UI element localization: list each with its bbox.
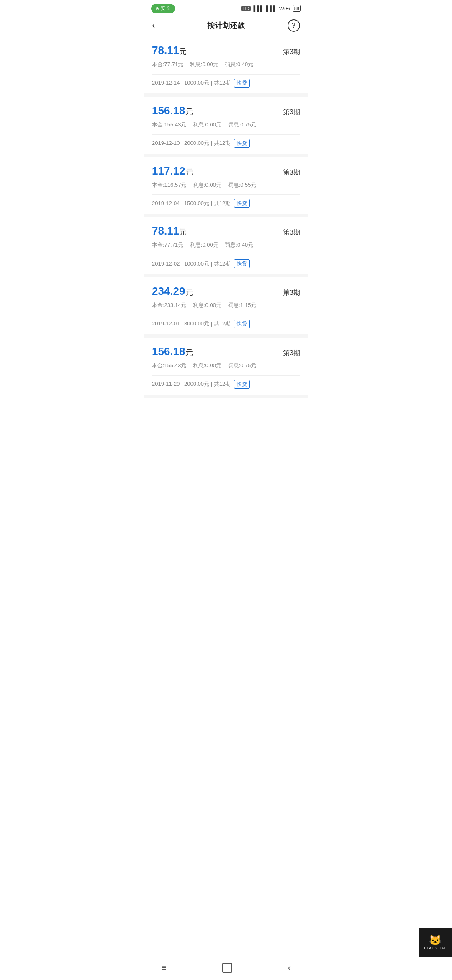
status-right: HD ▌▌▌ ▌▌▌ WiFi 88: [241, 5, 301, 12]
loan-card[interactable]: 156.18元 第3期 本金:155.43元 利息:0.00元 罚息:0.75元…: [144, 338, 308, 398]
loan-period: 第3期: [283, 168, 300, 177]
loan-card-header: 78.11元 第3期: [152, 224, 300, 237]
loan-meta-row: 2019-12-04 | 1500.00元 | 共12期 快贷: [152, 194, 300, 208]
loan-card-header: 156.18元 第3期: [152, 345, 300, 358]
loan-card-header: 234.29元 第3期: [152, 285, 300, 298]
battery-indicator: 88: [293, 5, 301, 12]
loan-interest: 利息:0.00元: [193, 302, 221, 308]
loan-principal: 本金:77.71元: [152, 242, 183, 248]
loan-card-header: 117.12元 第3期: [152, 165, 300, 178]
loan-meta-text: 2019-11-29 | 2000.00元 | 共12期: [152, 380, 231, 388]
hd-badge: HD: [241, 6, 251, 11]
loan-meta-row: 2019-11-29 | 2000.00元 | 共12期 快贷: [152, 375, 300, 389]
status-left: 安全: [151, 4, 175, 13]
loan-period: 第3期: [283, 349, 300, 358]
loan-amount: 234.29元: [152, 285, 193, 298]
loan-meta-text: 2019-12-04 | 1500.00元 | 共12期: [152, 200, 231, 207]
loan-principal: 本金:155.43元: [152, 362, 186, 369]
loan-card[interactable]: 234.29元 第3期 本金:233.14元 利息:0.00元 罚息:1.15元…: [144, 277, 308, 338]
loan-principal: 本金:233.14元: [152, 302, 186, 308]
loan-amount: 156.18元: [152, 104, 193, 117]
loan-period: 第3期: [283, 108, 300, 117]
loan-card[interactable]: 156.18元 第3期 本金:155.43元 利息:0.00元 罚息:0.75元…: [144, 97, 308, 157]
yuan-unit: 元: [185, 348, 193, 357]
loan-principal: 本金:77.71元: [152, 61, 183, 67]
loan-card[interactable]: 78.11元 第3期 本金:77.71元 利息:0.00元 罚息:0.40元 2…: [144, 217, 308, 277]
loan-amount: 156.18元: [152, 345, 193, 358]
signal-icon: ▌▌▌: [253, 5, 264, 12]
loan-amount: 78.11元: [152, 224, 187, 237]
loan-meta-text: 2019-12-01 | 3000.00元 | 共12期: [152, 320, 231, 328]
loan-meta-row: 2019-12-14 | 1000.00元 | 共12期 快贷: [152, 74, 300, 88]
loan-tag: 快贷: [234, 79, 250, 88]
loan-interest: 利息:0.00元: [193, 121, 221, 128]
yuan-unit: 元: [185, 288, 193, 297]
loan-details: 本金:155.43元 利息:0.00元 罚息:0.75元: [152, 361, 300, 370]
help-button[interactable]: ?: [288, 19, 300, 32]
loan-card-header: 156.18元 第3期: [152, 104, 300, 117]
loan-meta-text: 2019-12-14 | 1000.00元 | 共12期: [152, 79, 231, 87]
loan-meta-row: 2019-12-02 | 1000.00元 | 共12期 快贷: [152, 255, 300, 268]
loan-meta-row: 2019-12-10 | 2000.00元 | 共12期 快贷: [152, 134, 300, 148]
loan-meta-text: 2019-12-02 | 1000.00元 | 共12期: [152, 260, 231, 268]
loan-card[interactable]: 78.11元 第3期 本金:77.71元 利息:0.00元 罚息:0.40元 2…: [144, 36, 308, 97]
loan-interest: 利息:0.00元: [190, 242, 218, 248]
loan-details: 本金:155.43元 利息:0.00元 罚息:0.75元: [152, 121, 300, 129]
loan-penalty: 罚息:0.40元: [225, 61, 253, 67]
loan-penalty: 罚息:0.75元: [228, 121, 257, 128]
loan-details: 本金:77.71元 利息:0.00元 罚息:0.40元: [152, 241, 300, 250]
loan-details: 本金:233.14元 利息:0.00元 罚息:1.15元: [152, 301, 300, 310]
loan-interest: 利息:0.00元: [190, 61, 218, 67]
loan-meta-text: 2019-12-10 | 2000.00元 | 共12期: [152, 139, 231, 147]
loan-tag: 快贷: [234, 320, 250, 328]
safe-badge: 安全: [151, 4, 175, 13]
loan-meta-row: 2019-12-01 | 3000.00元 | 共12期 快贷: [152, 315, 300, 328]
page-title: 按计划还款: [164, 21, 288, 31]
safe-label: 安全: [161, 5, 171, 12]
loan-penalty: 罚息:0.40元: [225, 242, 253, 248]
loan-penalty: 罚息:0.75元: [228, 362, 257, 369]
loan-tag: 快贷: [234, 139, 250, 148]
signal-icon-2: ▌▌▌: [266, 5, 277, 12]
loan-penalty: 罚息:1.15元: [228, 302, 257, 308]
loan-details: 本金:77.71元 利息:0.00元 罚息:0.40元: [152, 60, 300, 69]
loan-tag: 快贷: [234, 259, 250, 268]
loan-list: 78.11元 第3期 本金:77.71元 利息:0.00元 罚息:0.40元 2…: [144, 36, 308, 398]
yuan-unit: 元: [179, 228, 187, 236]
loan-amount: 78.11元: [152, 44, 187, 57]
loan-period: 第3期: [283, 289, 300, 297]
status-bar: 安全 HD ▌▌▌ ▌▌▌ WiFi 88: [144, 0, 308, 15]
loan-principal: 本金:116.57元: [152, 182, 186, 188]
yuan-unit: 元: [179, 47, 187, 56]
loan-card[interactable]: 117.12元 第3期 本金:116.57元 利息:0.00元 罚息:0.55元…: [144, 157, 308, 217]
loan-penalty: 罚息:0.55元: [228, 182, 257, 188]
loan-interest: 利息:0.00元: [193, 182, 221, 188]
loan-card-header: 78.11元 第3期: [152, 44, 300, 57]
loan-amount: 117.12元: [152, 165, 193, 178]
loan-principal: 本金:155.43元: [152, 121, 186, 128]
loan-interest: 利息:0.00元: [193, 362, 221, 369]
back-button[interactable]: ‹: [152, 20, 164, 31]
yuan-unit: 元: [185, 168, 193, 176]
wifi-icon: WiFi: [279, 5, 290, 12]
yuan-unit: 元: [185, 108, 193, 116]
loan-period: 第3期: [283, 48, 300, 57]
loan-details: 本金:116.57元 利息:0.00元 罚息:0.55元: [152, 181, 300, 190]
loan-period: 第3期: [283, 228, 300, 237]
loan-tag: 快贷: [234, 199, 250, 208]
header: ‹ 按计划还款 ?: [144, 15, 308, 36]
loan-tag: 快贷: [234, 380, 250, 389]
